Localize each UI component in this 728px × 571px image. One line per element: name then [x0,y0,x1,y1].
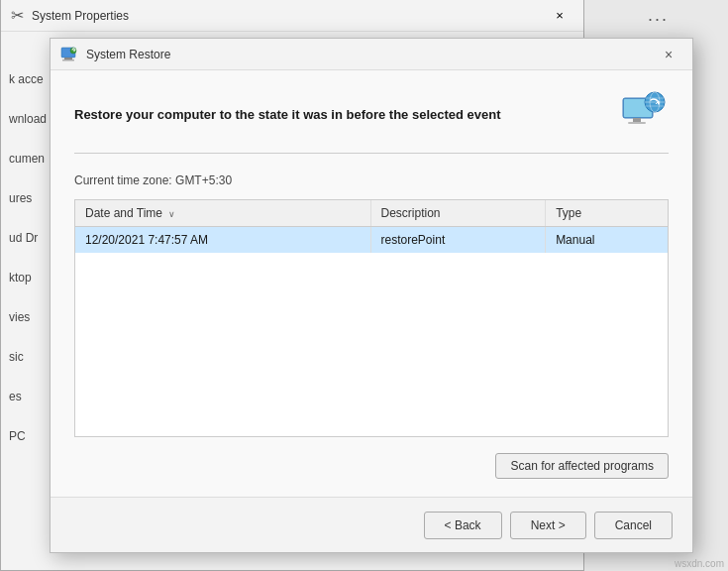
cell-type: Manual [546,227,668,254]
svg-rect-6 [633,118,641,122]
svg-rect-7 [628,122,646,124]
col-description[interactable]: Description [370,200,546,227]
sidebar-item-8[interactable]: es [1,377,54,416]
sidebar-item-6[interactable]: vies [1,297,54,337]
sidebar-item-1[interactable]: wnload [1,99,54,139]
sidebar-item-4[interactable]: ud Dr [1,218,54,258]
table-header-row: Date and Time ∨ Description Type [75,200,668,227]
bg-sidebar: k acce wnload cumen ures ud Dr ktop vies… [1,59,54,456]
scan-for-affected-programs-button[interactable]: Scan for affected programs [495,453,669,479]
timezone-label: Current time zone: GMT+5:30 [74,173,669,187]
col-type[interactable]: Type [546,200,668,227]
dialog-header: Restore your computer to the state it wa… [74,90,669,154]
system-restore-dialog: System Restore × Restore your computer t… [50,38,693,553]
sort-arrow: ∨ [168,209,175,219]
back-button[interactable]: < Back [424,512,502,539]
dialog-footer: < Back Next > Cancel [51,497,692,552]
sidebar-item-2[interactable]: cumen [1,139,54,178]
svg-rect-2 [62,59,74,61]
header-restore-icon [621,90,669,138]
sidebar-item-5[interactable]: ktop [1,258,54,297]
dialog-body: Restore your computer to the state it wa… [51,70,692,499]
bg-title-text: System Properties [32,9,546,23]
dialog-titlebar: System Restore × [51,39,692,70]
bg-titlebar: ✂ System Properties × [1,0,583,32]
watermark: wsxdn.com [675,558,724,569]
cell-datetime: 12/20/2021 7:47:57 AM [75,227,370,254]
restore-table: Date and Time ∨ Description Type 12/20/2… [75,200,668,253]
restore-title-icon [60,46,78,63]
bg-close-button[interactable]: × [546,2,573,30]
dialog-heading: Restore your computer to the state it wa… [74,107,501,122]
svg-rect-1 [64,57,72,59]
restore-table-wrapper[interactable]: Date and Time ∨ Description Type 12/20/2… [74,199,669,437]
overflow-menu[interactable]: ... [648,5,669,26]
sidebar-item-3[interactable]: ures [1,178,54,218]
scan-btn-area: Scan for affected programs [74,453,669,479]
cancel-button[interactable]: Cancel [594,512,673,539]
col-datetime[interactable]: Date and Time ∨ [75,200,370,227]
sidebar-item-9[interactable]: PC [1,416,54,456]
dialog-close-button[interactable]: × [655,41,682,68]
table-row[interactable]: 12/20/2021 7:47:57 AMrestorePointManual [75,227,668,254]
sidebar-item-7[interactable]: sic [1,337,54,377]
dialog-title: System Restore [86,48,655,61]
cell-description: restorePoint [370,227,546,254]
next-button[interactable]: Next > [510,512,586,539]
scissors-icon: ✂ [11,6,24,25]
sidebar-item-0[interactable]: k acce [1,59,54,99]
